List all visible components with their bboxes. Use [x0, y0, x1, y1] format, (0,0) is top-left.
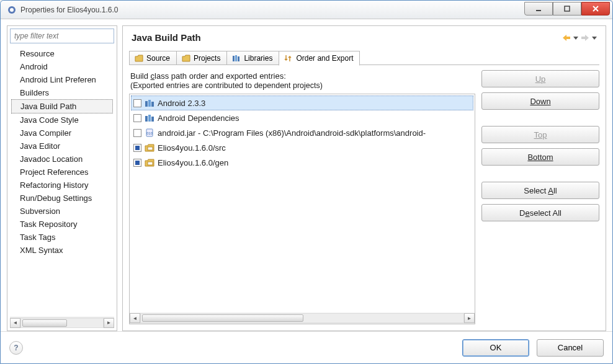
category-tree[interactable]: ResourceAndroidAndroid Lint PreferenBuil… [10, 43, 114, 317]
entry-label: Android 2.3.3 [158, 99, 205, 108]
svg-rect-8 [148, 100, 151, 107]
help-button[interactable]: ? [9, 341, 23, 355]
sidebar-item-resource[interactable]: Resource [11, 47, 113, 60]
forward-icon[interactable] [581, 34, 589, 42]
scroll-right-icon[interactable]: ► [464, 313, 475, 323]
tab-order-and-export[interactable]: Order and Export [279, 51, 360, 66]
dialog-footer: ? OK Cancel [1, 331, 612, 363]
svg-rect-7 [145, 101, 148, 107]
page-title: Java Build Path [132, 32, 201, 43]
entry-icon [145, 113, 154, 123]
scroll-right-icon[interactable]: ► [104, 318, 114, 328]
export-checkbox[interactable] [133, 99, 141, 107]
entry-icon [145, 158, 154, 167]
tab-source[interactable]: Source [129, 51, 177, 65]
minimize-button[interactable] [524, 2, 553, 16]
classpath-list[interactable]: Android 2.3.3Android Dependencies010andr… [129, 94, 475, 324]
sidebar-item-task-tags[interactable]: Task Tags [11, 231, 113, 244]
select-all-button[interactable]: Select All [481, 182, 599, 199]
main-panel: Java Build Path SourceProjectsLibrariesO… [122, 25, 606, 331]
sidebar-scrollbar[interactable]: ◄ ► [10, 317, 114, 328]
sidebar-item-java-code-style[interactable]: Java Code Style [11, 113, 113, 127]
svg-point-1 [10, 8, 14, 12]
folder-icon [135, 54, 143, 63]
back-icon[interactable] [562, 34, 571, 42]
svg-rect-15 [148, 147, 153, 150]
order-icon [284, 54, 293, 63]
svg-rect-3 [565, 6, 570, 11]
sidebar-item-java-build-path[interactable]: Java Build Path [11, 99, 113, 113]
up-button[interactable]: Up [481, 70, 599, 87]
svg-rect-12 [151, 117, 154, 122]
sidebar-item-run-debug-settings[interactable]: Run/Debug Settings [11, 192, 113, 205]
sidebar-item-project-references[interactable]: Project References [11, 166, 113, 179]
sidebar-item-builders[interactable]: Builders [11, 86, 113, 99]
cancel-button[interactable]: Cancel [537, 339, 604, 357]
titlebar: Properties for Elios4you.1.6.0 [1, 1, 612, 19]
entry-label: Elios4you.1.6.0/src [158, 143, 226, 153]
export-checkbox[interactable] [133, 144, 141, 152]
entry-icon [145, 98, 154, 108]
maximize-button[interactable] [553, 2, 581, 16]
bottom-button[interactable]: Bottom [481, 148, 599, 166]
export-checkbox[interactable] [133, 159, 141, 167]
scroll-left-icon[interactable]: ◄ [130, 313, 140, 323]
scroll-thumb[interactable] [142, 314, 303, 322]
sidebar-item-subversion[interactable]: Subversion [11, 205, 113, 218]
classpath-entry[interactable]: Elios4you.1.6.0/gen [131, 155, 473, 170]
sidebar-item-task-repository[interactable]: Task Repository [11, 218, 113, 231]
classpath-entry[interactable]: 010android.jar - C:\Program Files (x86)\… [131, 125, 473, 140]
svg-rect-5 [235, 55, 237, 61]
export-checkbox[interactable] [133, 114, 141, 122]
entry-label: Android Dependencies [158, 113, 239, 123]
svg-rect-16 [148, 162, 153, 165]
entry-icon: 010 [145, 128, 154, 138]
svg-rect-9 [151, 102, 154, 107]
sidebar-item-android[interactable]: Android [11, 60, 113, 73]
entry-label: android.jar - C:\Program Files (x86)\And… [158, 128, 426, 138]
svg-text:010: 010 [146, 131, 153, 135]
classpath-entry[interactable]: Elios4you.1.6.0/src [131, 140, 473, 155]
classpath-entry[interactable]: Android Dependencies [131, 110, 473, 125]
sidebar-item-refactoring-history[interactable]: Refactoring History [11, 179, 113, 192]
filter-input[interactable] [10, 29, 114, 43]
description-text: Build class path order and exported entr… [129, 69, 475, 91]
window-title: Properties for Elios4you.1.6.0 [20, 6, 118, 14]
down-button[interactable]: Down [481, 92, 599, 110]
sidebar-item-javadoc-location[interactable]: Javadoc Location [11, 153, 113, 166]
properties-dialog: Properties for Elios4you.1.6.0 ResourceA… [0, 0, 613, 364]
sidebar-item-android-lint-preferen[interactable]: Android Lint Preferen [11, 73, 113, 86]
library-icon [232, 54, 241, 63]
tab-libraries[interactable]: Libraries [226, 51, 279, 65]
forward-dropdown-icon[interactable] [592, 35, 597, 40]
folder-icon [182, 54, 190, 63]
back-dropdown-icon[interactable] [573, 35, 578, 40]
entry-label: Elios4you.1.6.0/gen [158, 158, 228, 167]
sidebar-item-java-editor[interactable]: Java Editor [11, 140, 113, 153]
deselect-all-button[interactable]: Deselect All [481, 204, 599, 221]
tab-projects[interactable]: Projects [176, 51, 227, 65]
entry-icon [145, 143, 154, 153]
category-sidebar: ResourceAndroidAndroid Lint PreferenBuil… [7, 25, 117, 331]
app-icon [7, 5, 17, 15]
export-checkbox[interactable] [133, 129, 141, 137]
list-scrollbar[interactable]: ◄ ► [130, 313, 475, 324]
svg-rect-4 [233, 56, 235, 61]
svg-rect-2 [536, 10, 541, 11]
sidebar-item-java-compiler[interactable]: Java Compiler [11, 127, 113, 140]
close-button[interactable] [581, 2, 610, 16]
sidebar-item-xml-syntax[interactable]: XML Syntax [11, 244, 113, 257]
scroll-left-icon[interactable]: ◄ [10, 318, 20, 328]
scroll-thumb[interactable] [22, 319, 67, 327]
classpath-entry[interactable]: Android 2.3.3 [131, 95, 473, 110]
ok-button[interactable]: OK [462, 339, 529, 357]
top-button[interactable]: Top [481, 126, 599, 143]
svg-rect-11 [148, 115, 151, 122]
svg-rect-10 [145, 116, 148, 122]
tab-bar: SourceProjectsLibrariesOrder and Export [123, 48, 606, 65]
svg-rect-6 [238, 56, 239, 61]
